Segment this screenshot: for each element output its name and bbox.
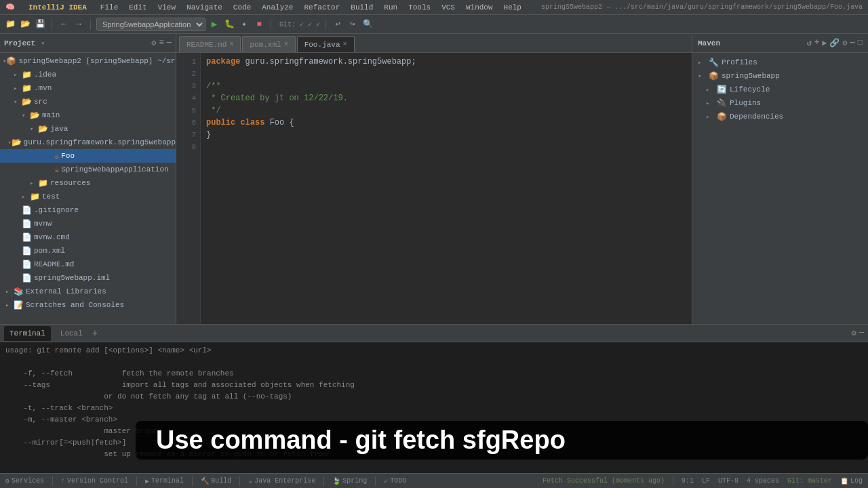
menu-file[interactable]: File xyxy=(100,3,118,12)
status-spring[interactable]: 🍃 Spring xyxy=(332,477,367,485)
tree-arrow-pomxml xyxy=(14,247,22,254)
maven-settings-icon[interactable]: ⚙ xyxy=(842,38,847,48)
code-editor[interactable]: package guru.springframework.spring5weba… xyxy=(201,53,692,324)
tree-item-ext-libs[interactable]: ▸ 📚 External Libraries xyxy=(0,285,176,298)
search-btn[interactable]: 🔍 xyxy=(361,18,374,30)
editor-content[interactable]: 1 2 3 4 5 6 7 8 package guru.springframe… xyxy=(176,53,692,324)
maven-link-icon[interactable]: 🔗 xyxy=(829,38,840,48)
tree-item-scratches[interactable]: ▸ 📝 Scratches and Consoles xyxy=(0,298,176,312)
ph-icon-2[interactable]: ≡ xyxy=(159,38,164,48)
tree-item-mvn[interactable]: ▸ 📁 .mvn xyxy=(0,81,176,95)
status-services[interactable]: ⚙ Services xyxy=(5,477,44,485)
tree-item-idea[interactable]: ▸ 📁 .idea xyxy=(0,68,176,81)
forward-btn[interactable]: → xyxy=(73,18,85,30)
menu-bar: File Edit View Navigate Code Analyze Ref… xyxy=(100,3,521,12)
terminal-minimize-icon[interactable]: — xyxy=(859,328,864,338)
maven-item-lifecycle[interactable]: ▸ 🔄 Lifecycle xyxy=(692,83,868,96)
menu-help[interactable]: Help xyxy=(504,3,521,12)
maven-run-icon[interactable]: ▶ xyxy=(822,38,827,48)
tree-item-iml[interactable]: 📄 spring5webapp.iml xyxy=(0,271,176,285)
menu-view[interactable]: View xyxy=(158,3,176,12)
new-project-btn[interactable]: 📁 xyxy=(4,18,16,30)
status-sep-right-1 xyxy=(673,476,673,486)
window-path: springS5webapp2 – .../src/main/java/guru… xyxy=(541,3,863,11)
open-btn[interactable]: 📂 xyxy=(19,18,31,30)
title-bar: 🧠 IntelliJ IDEA File Edit View Navigate … xyxy=(0,0,868,15)
tree-item-readme[interactable]: 📄 README.md xyxy=(0,258,176,271)
status-java-enterprise[interactable]: ☕ Java Enterprise xyxy=(248,477,315,485)
stop-btn[interactable]: ■ xyxy=(253,18,265,30)
tree-item-src[interactable]: ▾ 📂 src xyxy=(0,95,176,108)
term-line-1: usage: git remote add [<options>] <name>… xyxy=(5,345,863,357)
term-add-btn[interactable]: + xyxy=(92,328,98,339)
maven-refresh-icon[interactable]: ↺ xyxy=(807,38,812,48)
services-icon: ⚙ xyxy=(5,477,9,485)
run-config-select[interactable]: Spring5webappApplication xyxy=(96,18,205,31)
tab-foojava-close[interactable]: × xyxy=(342,41,347,48)
tree-item-java[interactable]: ▾ 📂 java xyxy=(0,122,176,136)
tree-item-resources[interactable]: ▸ 📁 resources xyxy=(0,176,176,190)
scratch-icon: 📝 xyxy=(14,300,24,310)
status-terminal[interactable]: ▶ Terminal xyxy=(145,477,184,485)
coverage-btn[interactable]: ✦ xyxy=(238,18,250,30)
undo-btn[interactable]: ↩ xyxy=(332,18,344,30)
tree-item-mvnw[interactable]: 📄 mvnw xyxy=(0,217,176,230)
tree-item-foo[interactable]: ☕ Foo xyxy=(0,149,176,163)
tree-item-main[interactable]: ▾ 📂 main xyxy=(0,108,176,122)
menu-tools[interactable]: Tools xyxy=(408,3,431,12)
tree-item-root[interactable]: ▾ 📦 spring5webapp2 [spring5webapp] ~/src… xyxy=(0,54,176,68)
back-btn[interactable]: ← xyxy=(58,18,70,30)
tree-item-test[interactable]: ▸ 📁 test xyxy=(0,190,176,203)
menu-build[interactable]: Build xyxy=(351,3,373,12)
maven-item-plugins[interactable]: ▸ 🔌 Plugins xyxy=(692,96,868,110)
menu-refactor[interactable]: Refactor xyxy=(304,3,340,12)
menu-code[interactable]: Code xyxy=(233,3,251,12)
tab-pomxml[interactable]: pom.xml × xyxy=(242,36,295,52)
maven-item-dependencies[interactable]: ▸ 📦 Dependencies xyxy=(692,110,868,123)
term-tab-terminal[interactable]: Terminal xyxy=(4,326,51,341)
menu-analyze[interactable]: Analyze xyxy=(262,3,293,12)
maven-add-icon[interactable]: + xyxy=(814,38,819,48)
tab-readme-label: README.md xyxy=(186,41,226,49)
run-btn[interactable]: ▶ xyxy=(208,18,220,30)
terminal-header-icons: ⚙ — xyxy=(852,328,864,338)
status-todo[interactable]: ✓ TODO xyxy=(384,477,406,485)
log-icon: 📋 xyxy=(840,477,848,485)
tree-item-gitignore[interactable]: 📄 .gitignore xyxy=(0,203,176,217)
tree-item-spring5app[interactable]: ☕ Spring5webappApplication xyxy=(0,163,176,176)
maven-expand-icon[interactable]: □ xyxy=(858,38,863,48)
tab-pomxml-close[interactable]: × xyxy=(284,41,288,48)
status-log-btn[interactable]: 📋 Log xyxy=(840,477,863,485)
term-tab-local[interactable]: Local xyxy=(55,326,88,341)
menu-vcs[interactable]: VCS xyxy=(441,3,455,12)
maven-item-spring5webapp[interactable]: ▾ 📦 spring5webapp xyxy=(692,69,868,83)
maven-collapse-icon[interactable]: — xyxy=(850,38,855,48)
tab-readme-close[interactable]: × xyxy=(229,41,233,48)
tree-label-root: spring5webapp2 [spring5webapp] ~/src/tmp… xyxy=(18,57,176,65)
status-version-control[interactable]: ↑ Version Control xyxy=(61,477,128,485)
line-num-7: 7 xyxy=(176,129,196,141)
tree-label-spring5app: Spring5webappApplication xyxy=(61,165,168,174)
tab-foojava[interactable]: Foo.java × xyxy=(297,36,355,52)
debug-btn[interactable]: 🐛 xyxy=(223,18,235,30)
tab-readme[interactable]: README.md × xyxy=(179,36,241,52)
maven-item-profiles[interactable]: ▸ 🔧 Profiles xyxy=(692,56,868,69)
ph-icon-1[interactable]: ⚙ xyxy=(151,38,156,48)
tree-item-guru-pkg[interactable]: ▾ 📂 guru.springframework.spring5webapp xyxy=(0,136,176,149)
tree-item-pomxml[interactable]: 📄 pom.xml xyxy=(0,244,176,258)
menu-run[interactable]: Run xyxy=(384,3,397,12)
terminal-content[interactable]: usage: git remote add [<options>] <name>… xyxy=(0,342,868,473)
menu-navigate[interactable]: Navigate xyxy=(186,3,222,12)
terminal-settings-icon[interactable]: ⚙ xyxy=(852,328,856,338)
menu-window[interactable]: Window xyxy=(466,3,493,12)
version-control-label: Version Control xyxy=(67,477,128,485)
ph-icon-3[interactable]: — xyxy=(167,38,172,48)
tree-item-mvnw-cmd[interactable]: 📄 mvnw.cmd xyxy=(0,230,176,244)
term-tab-terminal-label: Terminal xyxy=(9,329,45,338)
redo-btn[interactable]: ↪ xyxy=(347,18,359,30)
save-btn[interactable]: 💾 xyxy=(34,18,46,30)
menu-edit[interactable]: Edit xyxy=(129,3,146,12)
status-build[interactable]: 🔨 Build xyxy=(201,477,231,485)
spring-label: Spring xyxy=(342,477,367,485)
spring-icon: 🍃 xyxy=(332,477,340,485)
